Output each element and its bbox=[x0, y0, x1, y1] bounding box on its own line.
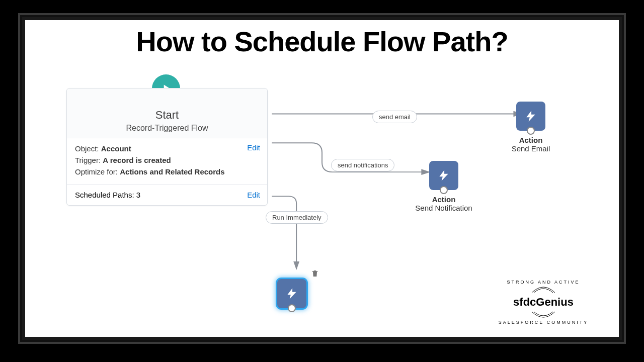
action-box-selected bbox=[277, 279, 306, 308]
start-card[interactable]: Start Record-Triggered Flow Edit Object:… bbox=[66, 88, 268, 206]
start-heading: Start bbox=[74, 109, 260, 122]
optimize-value: Actions and Related Records bbox=[120, 167, 224, 176]
trigger-value: A record is created bbox=[103, 156, 171, 164]
trigger-label: Trigger: bbox=[75, 156, 101, 164]
scheduled-paths-label: Scheduled Paths: bbox=[75, 191, 134, 199]
port-notification[interactable] bbox=[440, 186, 448, 194]
edit-trigger-link[interactable]: Edit bbox=[247, 143, 260, 152]
action-sub-notification: Send Notification bbox=[409, 204, 479, 212]
action-node-selected[interactable] bbox=[257, 279, 327, 309]
action-node-send-notification[interactable]: Action Send Notification bbox=[409, 161, 479, 212]
logo-arc-icon bbox=[531, 285, 556, 294]
action-sub-email: Send Email bbox=[496, 144, 566, 153]
flow-stage: Start Record-Triggered Flow Edit Object:… bbox=[25, 65, 619, 337]
port-email[interactable] bbox=[527, 127, 535, 135]
picture-frame: How to Schedule Flow Path? bbox=[11, 6, 633, 351]
start-paths-row: Edit Scheduled Paths: 3 bbox=[67, 185, 267, 205]
action-label-notification: Action bbox=[409, 195, 479, 204]
sfdc-genius-logo: STRONG AND ACTIVE sfdcGenius SALESFORCE … bbox=[493, 280, 594, 325]
start-header: Start Record-Triggered Flow bbox=[67, 88, 267, 138]
start-body: Edit Object: Account Trigger: A record i… bbox=[67, 138, 267, 185]
scheduled-paths-count: 3 bbox=[136, 191, 140, 199]
delete-icon[interactable] bbox=[311, 269, 319, 278]
optimize-label: Optimize for: bbox=[75, 167, 118, 176]
action-label-email: Action bbox=[496, 136, 566, 144]
start-subheading: Record-Triggered Flow bbox=[74, 124, 260, 133]
canvas-inner: How to Schedule Flow Path? bbox=[25, 20, 619, 337]
object-value: Account bbox=[101, 144, 131, 153]
logo-arc-icon bbox=[531, 311, 556, 320]
page-title: How to Schedule Flow Path? bbox=[25, 20, 619, 58]
action-node-send-email[interactable]: Action Send Email bbox=[496, 102, 566, 153]
logo-top-arc: STRONG AND ACTIVE bbox=[493, 280, 594, 285]
port-selected[interactable] bbox=[288, 304, 296, 312]
logo-bottom-arc: SALESFORCE COMMUNITY bbox=[493, 320, 594, 325]
action-box-notification bbox=[429, 161, 458, 190]
lightning-icon bbox=[437, 169, 450, 182]
lightning-icon bbox=[524, 110, 537, 123]
path-label-run-immediately[interactable]: Run Immediately bbox=[266, 211, 328, 224]
logo-brand: sfdcGenius bbox=[493, 296, 594, 309]
action-box-email bbox=[516, 102, 545, 131]
path-label-send-notifications[interactable]: send notifications bbox=[331, 159, 394, 171]
edit-paths-link[interactable]: Edit bbox=[247, 191, 260, 199]
path-label-send-email[interactable]: send email bbox=[372, 111, 417, 123]
lightning-icon bbox=[285, 287, 298, 300]
object-label: Object: bbox=[75, 144, 99, 153]
